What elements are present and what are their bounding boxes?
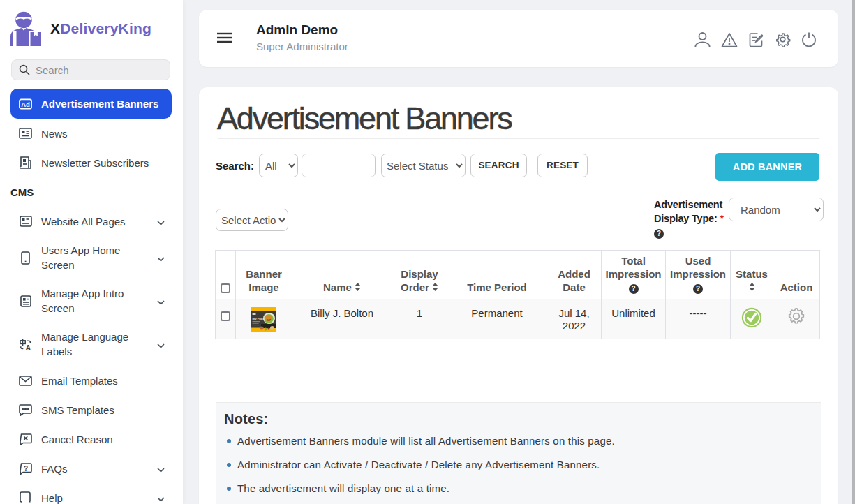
svg-text:A: A xyxy=(25,343,31,351)
svg-text:?: ? xyxy=(23,464,27,472)
svg-text:my Food: my Food xyxy=(253,317,265,320)
svg-text:Ad: Ad xyxy=(21,100,30,108)
